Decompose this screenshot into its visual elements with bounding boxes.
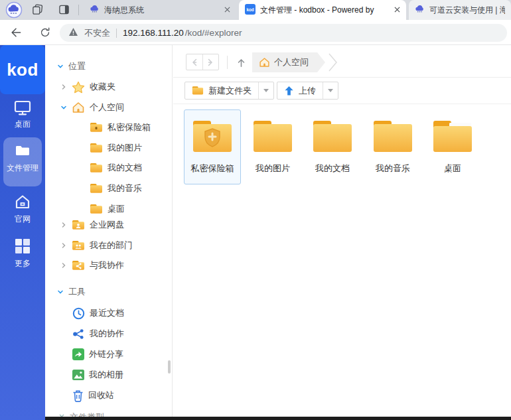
tree-item-desktop-folder[interactable]: 桌面: [90, 202, 125, 216]
side-panel-icon[interactable]: [58, 4, 70, 18]
tree-item-external-share[interactable]: 外链分享: [72, 348, 123, 361]
tree-item-my-documents[interactable]: 我的文档: [90, 161, 142, 175]
arrow-right-icon: [206, 58, 215, 67]
tree-item-personal-space[interactable]: 个人空间: [60, 101, 124, 114]
browser-profile-logo-icon[interactable]: [5, 1, 23, 21]
file-name: 我的音乐: [376, 163, 410, 175]
svg-text:kod: kod: [246, 7, 254, 11]
tree-item-label: 我的相册: [89, 369, 123, 381]
tab-hinas-system[interactable]: 海纳思系统: [84, 0, 236, 20]
tree-section-tools[interactable]: 工具: [57, 285, 86, 299]
tree-item-my-department[interactable]: 我在的部门: [60, 239, 133, 252]
file-name: 桌面: [444, 163, 461, 175]
window-bottom-edge: [45, 417, 511, 420]
breadcrumb-chevron-icon: [328, 53, 338, 74]
tree-item-my-music[interactable]: 我的音乐: [90, 182, 142, 195]
upload-arrow-icon: [284, 86, 294, 96]
toolbar-separator: [78, 5, 79, 15]
new-folder-dropdown-button[interactable]: [258, 82, 273, 99]
chevron-down-icon: [58, 411, 65, 417]
tree-item-recycle-bin[interactable]: 回收站: [72, 389, 114, 402]
tree-item-recent-documents[interactable]: 最近文档: [72, 307, 124, 320]
back-button[interactable]: [8, 25, 24, 40]
sidebar-item-more[interactable]: 更多: [0, 258, 45, 269]
tree-item-private-safe[interactable]: 私密保险箱: [90, 121, 151, 134]
close-tab-icon[interactable]: [394, 5, 400, 15]
url-host: 192.168.111.20: [123, 28, 184, 38]
tree-item-label: 外链分享: [89, 348, 123, 360]
up-directory-button[interactable]: [232, 54, 250, 70]
tab-kodbox-file-manager[interactable]: kod 文件管理 - kodbox - Powered by: [239, 0, 406, 20]
upload-dropdown-button[interactable]: [323, 82, 338, 99]
upload-button[interactable]: 上传: [277, 82, 323, 99]
tree-item-label: 私密保险箱: [108, 121, 151, 133]
tree-section-file-types-clipped[interactable]: 文件类型: [58, 411, 104, 417]
tree-item-my-pictures[interactable]: 我的图片: [90, 141, 142, 155]
history-back-button[interactable]: [186, 54, 202, 70]
breadcrumb-current-location[interactable]: 个人空间: [252, 52, 325, 72]
tab-groups-icon[interactable]: [32, 4, 43, 18]
kod-logo[interactable]: kod: [0, 45, 45, 94]
team-folder-icon: [72, 240, 85, 251]
home-folder-icon: [72, 102, 85, 113]
breadcrumb-divider: [173, 77, 511, 78]
file-item-my-music[interactable]: 我的音乐: [364, 109, 421, 184]
tree-item-shared-with-me[interactable]: 与我协作: [60, 259, 124, 272]
chevron-right-icon: [60, 262, 67, 269]
cloud-favicon-icon: [90, 4, 100, 16]
tree-item-label: 收藏夹: [90, 81, 115, 93]
tab-kodcloud-docs[interactable]: 可道云安装与使用 | 海纳思: [409, 0, 511, 20]
folder-icon: [252, 118, 294, 154]
upload-button-group: 上传: [277, 82, 338, 100]
caret-down-icon: [328, 89, 333, 92]
tree-section-label: 文件类型: [70, 411, 104, 417]
folder-icon: [311, 118, 354, 154]
locked-folder-icon: [90, 122, 103, 133]
tree-item-my-collaboration[interactable]: 我的协作: [72, 327, 124, 340]
share-nodes-icon: [72, 328, 85, 340]
home-icon: [259, 57, 270, 68]
file-item-desktop[interactable]: 桌面: [424, 109, 481, 184]
trash-icon: [72, 389, 84, 402]
tree-item-favorites[interactable]: 收藏夹: [60, 80, 115, 94]
chevron-right-icon: [60, 242, 67, 249]
photo-album-icon: [72, 370, 84, 380]
more-grid-icon[interactable]: [0, 238, 45, 254]
tree-item-label: 我在的部门: [90, 240, 133, 251]
url-bar[interactable]: 不安全 192.168.111.20/kod/#explorer: [60, 24, 507, 42]
tree-section-location[interactable]: 位置: [57, 60, 86, 73]
tree-section-label: 位置: [68, 60, 86, 72]
tree-item-label: 我的协作: [90, 328, 124, 340]
kod-favicon-icon: kod: [245, 4, 256, 17]
star-icon: [72, 81, 85, 94]
refresh-button[interactable]: [37, 25, 53, 40]
home-icon[interactable]: [0, 194, 45, 210]
tree-scrollbar-thumb[interactable]: [168, 360, 171, 374]
file-item-my-pictures[interactable]: 我的图片: [244, 109, 301, 184]
desktop-icon[interactable]: [0, 100, 45, 116]
browser-tab-bar: 海纳思系统 kod 文件管理 - kodbox - Powered by 可道云…: [0, 0, 511, 20]
close-tab-icon[interactable]: [224, 5, 230, 15]
file-item-private-safe[interactable]: 私密保险箱: [184, 109, 241, 184]
history-nav-group: [186, 54, 219, 70]
history-forward-button[interactable]: [202, 54, 219, 70]
tree-item-label: 回收站: [88, 389, 114, 401]
folder-icon: [372, 118, 414, 154]
new-folder-button-group: 新建文件夹: [184, 82, 274, 100]
url-path: /kod/#explorer: [185, 28, 242, 38]
file-item-my-documents[interactable]: 我的文档: [304, 109, 361, 184]
security-label[interactable]: 不安全: [84, 27, 110, 39]
tree-item-label: 最近文档: [90, 307, 124, 319]
tree-item-label: 我的文档: [108, 162, 142, 174]
new-folder-button[interactable]: 新建文件夹: [185, 82, 258, 99]
tree-item-label: 我的音乐: [108, 182, 142, 194]
sidebar-item-website[interactable]: 官网: [0, 214, 45, 225]
tree-item-enterprise-drive[interactable]: 企业网盘: [60, 218, 124, 232]
chevron-down-icon: [57, 289, 64, 295]
tree-item-my-albums[interactable]: 我的相册: [72, 368, 123, 382]
safe-folder-icon: [191, 118, 234, 154]
sidebar-item-desktop[interactable]: 桌面: [0, 119, 45, 130]
folder-icon: [90, 163, 103, 173]
chevron-down-icon: [60, 104, 67, 111]
panel-divider[interactable]: [172, 45, 173, 417]
